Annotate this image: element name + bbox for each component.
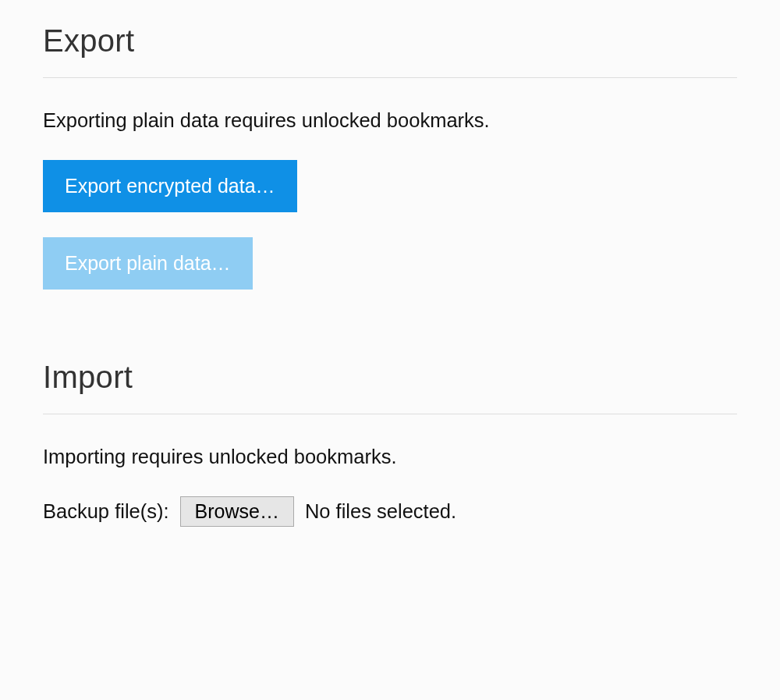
export-encrypted-button[interactable]: Export encrypted data… — [43, 160, 297, 212]
backup-file-row: Backup file(s): Browse… No files selecte… — [43, 496, 737, 527]
export-description: Exporting plain data requires unlocked b… — [43, 109, 737, 132]
export-plain-button[interactable]: Export plain data… — [43, 237, 253, 290]
import-heading: Import — [43, 360, 737, 395]
import-description: Importing requires unlocked bookmarks. — [43, 446, 737, 468]
export-heading: Export — [43, 23, 737, 59]
file-status-text: No files selected. — [305, 500, 456, 523]
import-divider — [43, 414, 737, 414]
export-divider — [43, 77, 737, 78]
browse-button[interactable]: Browse… — [180, 496, 294, 527]
export-button-group: Export encrypted data… Export plain data… — [43, 160, 737, 290]
backup-file-label: Backup file(s): — [43, 500, 169, 523]
